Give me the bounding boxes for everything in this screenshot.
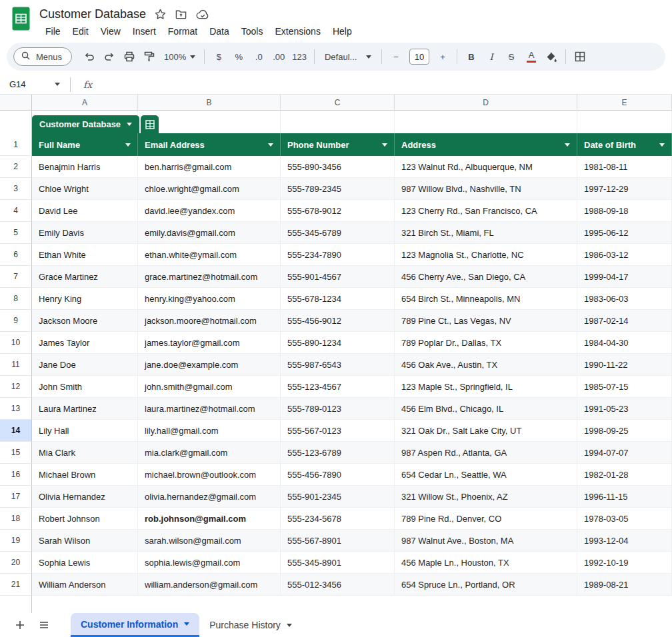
more-formats-button[interactable]: 123 (289, 47, 309, 66)
print-button[interactable] (120, 47, 139, 66)
cell[interactable]: 321 Birch St., Miami, FL (395, 222, 577, 244)
tab-purchase-history[interactable]: Purchase History (199, 613, 302, 637)
cell[interactable]: 654 Spruce Ln., Portland, OR (395, 574, 577, 596)
cell[interactable]: Jackson Moore (32, 310, 138, 332)
cell[interactable]: 555-123-6789 (281, 442, 395, 464)
cell[interactable]: John Smith (32, 376, 138, 398)
cell[interactable]: 1989-08-21 (577, 574, 672, 596)
cell[interactable]: 123 Maple St., Springfield, IL (395, 376, 577, 398)
cell[interactable]: 555-456-7890 (281, 464, 395, 486)
row-number[interactable]: 19 (0, 530, 32, 552)
column-header-c[interactable]: C (281, 95, 395, 111)
row-number[interactable]: 16 (0, 464, 32, 486)
cell[interactable]: 1991-05-23 (577, 398, 672, 420)
cell[interactable]: 456 Maple Ln., Houston, TX (395, 552, 577, 574)
row-number[interactable]: 14 (0, 420, 32, 442)
cell[interactable]: Lily Hall (32, 420, 138, 442)
row-number[interactable]: 2 (0, 156, 32, 178)
zoom-selector[interactable]: 100% (160, 47, 199, 66)
menu-view[interactable]: View (95, 24, 127, 39)
cell[interactable]: 555-789-0123 (281, 398, 395, 420)
cell[interactable]: 555-567-0123 (281, 420, 395, 442)
header-full-name[interactable]: Full Name (32, 133, 138, 156)
text-color-button[interactable]: A (522, 47, 541, 66)
font-size-input[interactable]: 10 (409, 49, 429, 65)
cell[interactable]: 456 Elm Blvd., Chicago, IL (395, 398, 577, 420)
column-dropdown-icon[interactable] (565, 143, 570, 147)
cell[interactable]: 1992-10-19 (577, 552, 672, 574)
menu-help[interactable]: Help (327, 24, 358, 39)
cell[interactable]: 555-234-7890 (281, 244, 395, 266)
tab-customer-information[interactable]: Customer Information (71, 613, 199, 637)
cell[interactable]: 987 Willow Blvd., Nashville, TN (395, 178, 577, 200)
redo-button[interactable] (100, 47, 119, 66)
row-number[interactable]: 10 (0, 332, 32, 354)
font-selector[interactable]: Defaul... (319, 47, 377, 66)
cell[interactable]: Laura Martinez (32, 398, 138, 420)
cell[interactable]: 987 Aspen Rd., Atlanta, GA (395, 442, 577, 464)
cell[interactable]: david.lee@yandex.com (138, 200, 281, 222)
header-phone-number[interactable]: Phone Number (281, 133, 395, 156)
cell[interactable]: Sophia Lewis (32, 552, 138, 574)
row-number[interactable]: 5 (0, 222, 32, 244)
bold-button[interactable]: B (462, 47, 481, 66)
row-number[interactable]: 11 (0, 354, 32, 376)
row-number[interactable]: 17 (0, 486, 32, 508)
cell[interactable]: 555-789-2345 (281, 178, 395, 200)
cell[interactable]: 1984-04-30 (577, 332, 672, 354)
cell[interactable]: 555-890-1234 (281, 332, 395, 354)
increase-decimal-button[interactable]: .00 (269, 47, 288, 66)
menu-format[interactable]: Format (162, 24, 203, 39)
cell[interactable]: 654 Cedar Ln., Seattle, WA (395, 464, 577, 486)
select-all-corner[interactable] (0, 95, 32, 111)
cell[interactable]: lily.hall@gmail.com (138, 420, 281, 442)
fill-color-button[interactable] (542, 47, 561, 66)
header-date-of-birth[interactable]: Date of Birth (577, 133, 672, 156)
cell[interactable]: mia.clark@gmail.com (138, 442, 281, 464)
row-number[interactable]: 6 (0, 244, 32, 266)
column-header-d[interactable]: D (395, 95, 577, 111)
column-dropdown-icon[interactable] (125, 143, 131, 147)
cell[interactable]: 1995-06-12 (577, 222, 672, 244)
header-address[interactable]: Address (395, 133, 577, 156)
row-number[interactable]: 18 (0, 508, 32, 530)
cell[interactable]: james.taylor@gmail.com (138, 332, 281, 354)
cell[interactable]: Henry King (32, 288, 138, 310)
row-number[interactable]: 4 (0, 200, 32, 222)
row-number[interactable]: 13 (0, 398, 32, 420)
cell[interactable]: Sarah Wilson (32, 530, 138, 552)
menu-extensions[interactable]: Extensions (269, 24, 326, 39)
cell[interactable]: 555-567-8901 (281, 530, 395, 552)
add-sheet-button[interactable] (8, 613, 32, 637)
cell[interactable]: Olivia Hernandez (32, 486, 138, 508)
cell[interactable]: 1993-12-04 (577, 530, 672, 552)
row-number[interactable]: 12 (0, 376, 32, 398)
cell[interactable]: 789 Pine Ct., Las Vegas, NV (395, 310, 577, 332)
cell[interactable]: 456 Cherry Ave., San Diego, CA (395, 266, 577, 288)
menu-insert[interactable]: Insert (127, 24, 162, 39)
cell[interactable]: 1988-09-18 (577, 200, 672, 222)
cell[interactable]: olivia.hernandez@gmail.com (138, 486, 281, 508)
table-name-chip[interactable]: Customer Database (32, 115, 139, 133)
move-to-folder-icon[interactable] (175, 8, 187, 21)
cell[interactable]: emily.davis@gmail.com (138, 222, 281, 244)
cell[interactable]: grace.martinez@hotmail.com (138, 266, 281, 288)
cell[interactable]: rob.johnson@gmail.com (138, 508, 281, 530)
cell[interactable]: 456 Oak Ave., Austin, TX (395, 354, 577, 376)
column-header-e[interactable]: E (577, 95, 672, 111)
cell[interactable]: Chloe Wright (32, 178, 138, 200)
cell[interactable]: 1981-08-11 (577, 156, 672, 178)
cell[interactable]: 555-012-3456 (281, 574, 395, 596)
decrease-font-size-button[interactable]: − (387, 47, 405, 66)
increase-font-size-button[interactable]: + (433, 47, 452, 66)
name-box[interactable]: G14 (9, 79, 67, 89)
column-dropdown-icon[interactable] (382, 143, 387, 147)
tab-menu-icon[interactable] (287, 624, 292, 627)
cell[interactable]: 1999-04-17 (577, 266, 672, 288)
cell[interactable]: chloe.wright@gmail.com (138, 178, 281, 200)
decrease-decimal-button[interactable]: .0 (249, 47, 268, 66)
cell[interactable]: 1985-07-15 (577, 376, 672, 398)
column-dropdown-icon[interactable] (268, 143, 273, 147)
cell[interactable]: 987 Walnut Ave., Boston, MA (395, 530, 577, 552)
cell[interactable]: jackson.moore@hotmail.com (138, 310, 281, 332)
